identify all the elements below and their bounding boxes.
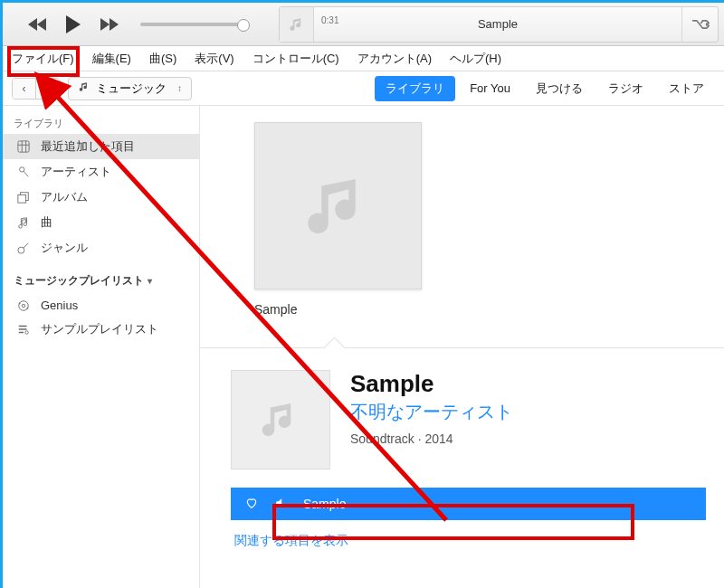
guitar-icon	[15, 242, 32, 254]
tab-for-you[interactable]: For You	[459, 77, 521, 100]
mic-icon	[15, 166, 32, 178]
svg-point-7	[19, 302, 21, 304]
svg-point-6	[19, 300, 29, 310]
album-icon	[15, 191, 32, 204]
play-button[interactable]	[64, 14, 82, 34]
sidebar-item-recently-added[interactable]: 最近追加した項目	[3, 134, 199, 159]
menu-control[interactable]: コントロール(C)	[243, 46, 348, 71]
related-link[interactable]: 関連する項目を表示	[231, 533, 706, 549]
lcd-elapsed: 0:31	[321, 15, 338, 25]
tab-library[interactable]: ライブラリ	[375, 76, 455, 101]
sidebar-item-genres[interactable]: ジャンル	[3, 235, 199, 261]
menu-edit[interactable]: 編集(E)	[83, 46, 140, 71]
album-artwork[interactable]	[254, 122, 422, 289]
detail-title: Sample	[350, 370, 513, 398]
sidebar-item-label: アーティスト	[41, 164, 111, 180]
shuffle-button[interactable]	[681, 7, 718, 42]
lcd-artwork	[280, 7, 314, 42]
sidebar-item-artists[interactable]: アーティスト	[3, 159, 199, 185]
svg-point-9	[25, 331, 29, 335]
sidebar-item-songs[interactable]: 曲	[3, 210, 199, 235]
detail-subtitle: Soundtrack · 2014	[350, 432, 513, 446]
detail-artwork[interactable]	[231, 370, 330, 469]
love-icon[interactable]	[245, 497, 258, 512]
tab-radio[interactable]: ラジオ	[597, 76, 654, 101]
svg-point-5	[22, 304, 25, 308]
media-selector[interactable]: ミュージック ↕	[68, 77, 192, 100]
sidebar-header-library: ライブラリ	[3, 111, 199, 134]
speaker-icon	[274, 497, 287, 512]
tab-browse[interactable]: 見つける	[525, 76, 594, 101]
transport-controls	[3, 14, 262, 34]
sidebar: ライブラリ 最近追加した項目 アーティスト アルバム 曲 ジャンル ミュージック…	[3, 106, 200, 588]
sidebar-item-genius[interactable]: Genius	[3, 294, 199, 317]
sidebar-item-label: ジャンル	[41, 240, 88, 256]
detail-artist[interactable]: 不明なアーティスト	[350, 400, 513, 424]
menu-help[interactable]: ヘルプ(H)	[441, 46, 510, 71]
prev-button[interactable]	[28, 17, 48, 32]
sidebar-item-label: Genius	[41, 299, 78, 312]
music-icon	[78, 81, 90, 96]
track-name: Sample	[303, 497, 346, 511]
nav-buttons: ‹ ›	[12, 78, 61, 100]
chevron-down-icon: ▾	[148, 276, 152, 286]
album-caption: Sample	[254, 302, 724, 317]
track-row[interactable]: Sample	[231, 488, 706, 520]
next-button[interactable]	[99, 17, 119, 32]
menu-file[interactable]: ファイル(F)	[3, 46, 83, 71]
volume-slider[interactable]	[140, 23, 244, 26]
grid-icon	[15, 140, 32, 153]
menu-account[interactable]: アカウント(A)	[348, 46, 441, 71]
menu-song[interactable]: 曲(S)	[140, 46, 186, 71]
sidebar-header-playlists[interactable]: ミュージックプレイリスト ▾	[3, 261, 199, 294]
forward-button[interactable]: ›	[36, 79, 60, 99]
tab-bar: ライブラリ For You 見つける ラジオ ストア	[375, 76, 715, 101]
svg-point-8	[27, 307, 29, 308]
svg-point-4	[18, 247, 24, 253]
toolbar: ‹ › ミュージック ↕ ライブラリ For You 見つける ラジオ ストア	[3, 71, 724, 106]
media-selector-label: ミュージック	[96, 81, 167, 97]
detail-meta: Sample 不明なアーティスト Soundtrack · 2014	[350, 370, 513, 446]
note-icon	[15, 216, 32, 229]
menu-bar: ファイル(F) 編集(E) 曲(S) 表示(V) コントロール(C) アカウント…	[3, 46, 724, 71]
track-list: Sample	[231, 488, 706, 520]
player-bar: Sample 0:31	[3, 3, 724, 46]
genius-icon	[15, 299, 32, 312]
sidebar-item-label: アルバム	[41, 189, 88, 205]
back-button[interactable]: ‹	[13, 79, 36, 99]
menu-view[interactable]: 表示(V)	[186, 46, 243, 71]
content-area: Sample Sample 不明なアーティスト Soundtrack · 201…	[200, 106, 724, 588]
album-grid: Sample	[200, 106, 724, 326]
sidebar-item-label: サンプルプレイリスト	[41, 321, 158, 337]
chevron-updown-icon: ↕	[177, 83, 182, 93]
sidebar-item-label: 最近追加した項目	[41, 138, 135, 155]
lcd-display: Sample 0:31	[279, 6, 719, 43]
playlist-icon	[15, 323, 32, 336]
tab-store[interactable]: ストア	[658, 76, 715, 101]
svg-rect-0	[18, 141, 29, 152]
lcd-title: Sample	[478, 17, 518, 31]
sidebar-item-albums[interactable]: アルバム	[3, 185, 199, 210]
sidebar-item-label: 曲	[41, 214, 52, 231]
sidebar-item-sample-playlist[interactable]: サンプルプレイリスト	[3, 317, 199, 342]
detail-pane: Sample 不明なアーティスト Soundtrack · 2014 Sampl…	[200, 347, 724, 564]
svg-rect-3	[18, 194, 26, 203]
